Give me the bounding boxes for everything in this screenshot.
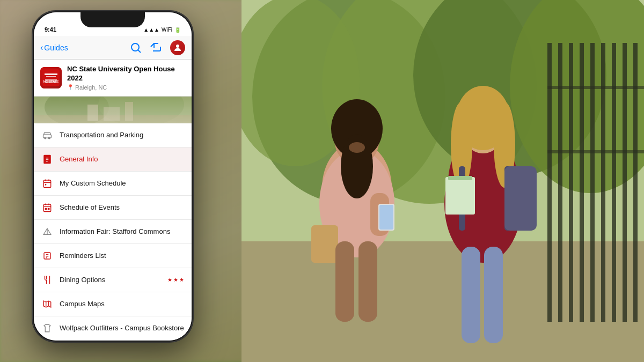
search-button[interactable]	[129, 41, 142, 54]
svg-point-53	[45, 97, 109, 123]
phone-notch	[80, 12, 145, 27]
menu-item-label: Dining Options	[60, 276, 161, 284]
avatar-button[interactable]	[170, 40, 185, 55]
wifi-icon: WiFi	[162, 27, 172, 33]
svg-point-54	[98, 97, 184, 123]
svg-rect-52	[34, 97, 192, 123]
svg-rect-16	[547, 86, 644, 89]
menu-item-label: Wolfpack Outfitters - Campus Bookstore	[60, 324, 184, 332]
svg-rect-9	[569, 43, 573, 322]
menu-item-transportation[interactable]: Transportation and Parking	[34, 123, 192, 147]
svg-rect-11	[590, 43, 595, 322]
menu-item-custom-schedule[interactable]: My Custom Schedule	[34, 172, 192, 196]
share-icon	[150, 41, 163, 54]
svg-rect-42	[484, 247, 503, 343]
guide-title: NC State University Open House 2022	[67, 65, 185, 83]
tshirt-icon	[41, 322, 53, 334]
phone-frame: 9:41 ▲▲▲ WiFi 🔋 ‹ Guides	[32, 11, 193, 342]
svg-rect-39	[445, 177, 475, 215]
screen-content: NC STATE NC State University Open House …	[34, 60, 192, 341]
svg-rect-71	[43, 204, 51, 212]
svg-line-45	[138, 50, 141, 53]
svg-rect-27	[311, 225, 338, 263]
status-time: 9:41	[45, 26, 56, 33]
nav-action-icons	[129, 40, 185, 55]
svg-rect-29	[358, 241, 377, 322]
svg-rect-48	[45, 73, 57, 75]
reminder-icon	[41, 250, 53, 262]
svg-rect-62	[43, 155, 51, 164]
header-image-strip	[34, 97, 192, 123]
right-photo	[241, 0, 644, 362]
dining-stars: ★★★	[167, 277, 184, 283]
svg-rect-26	[379, 205, 393, 230]
menu-list: Transportation and ParkingGeneral InfoMy…	[34, 123, 192, 341]
svg-rect-10	[580, 43, 584, 322]
calendar-grid-icon	[41, 202, 53, 213]
svg-point-44	[131, 43, 139, 51]
tent-icon	[41, 226, 53, 238]
dining-icon	[41, 274, 53, 286]
nav-bar: ‹ Guides	[34, 36, 192, 60]
menu-item-campus-maps[interactable]: Campus Maps	[34, 292, 192, 316]
guide-info: NC State University Open House 2022 📍 Ra…	[67, 65, 185, 91]
menu-item-info-fair[interactable]: Information Fair: Stafford Commons	[34, 220, 192, 244]
person-icon	[173, 43, 182, 53]
share-button[interactable]	[150, 41, 163, 54]
svg-rect-38	[504, 166, 537, 231]
phone-device: 9:41 ▲▲▲ WiFi 🔋 ‹ Guides	[32, 11, 193, 343]
menu-item-general-info[interactable]: General Info	[34, 147, 192, 172]
calendar-icon	[41, 178, 53, 189]
info-icon	[41, 153, 53, 165]
map-icon	[41, 298, 53, 310]
star-icon: ★	[179, 277, 184, 283]
back-button[interactable]: ‹ Guides	[40, 43, 68, 53]
svg-rect-15	[633, 43, 638, 322]
guide-logo-inner: NC STATE	[40, 67, 62, 88]
svg-rect-17	[547, 150, 644, 153]
guide-location: 📍 Raleigh, NC	[67, 84, 185, 91]
back-label: Guides	[44, 43, 68, 52]
svg-rect-55	[34, 115, 192, 123]
menu-item-reminders[interactable]: Reminders List	[34, 244, 192, 268]
svg-rect-49	[46, 76, 56, 77]
svg-point-70	[45, 184, 46, 185]
guide-city: Raleigh, NC	[75, 84, 107, 91]
svg-rect-40	[448, 176, 472, 180]
svg-point-46	[176, 45, 179, 48]
menu-item-label: Campus Maps	[60, 300, 184, 308]
svg-rect-14	[623, 43, 627, 322]
svg-rect-58	[125, 102, 133, 121]
menu-item-label: Reminders List	[60, 252, 184, 260]
guide-logo: NC STATE	[40, 67, 62, 88]
search-icon	[129, 41, 142, 54]
menu-item-label: Transportation and Parking	[60, 131, 184, 139]
location-pin-icon: 📍	[67, 84, 74, 90]
header-scene-image	[34, 97, 192, 123]
svg-rect-76	[48, 208, 49, 209]
menu-item-label: General Info	[60, 155, 184, 163]
svg-rect-66	[43, 180, 51, 188]
menu-item-label: Information Fair: Stafford Commons	[60, 227, 184, 235]
svg-rect-12	[601, 43, 605, 322]
star-icon: ★	[173, 277, 178, 283]
menu-item-label: My Custom Schedule	[60, 179, 184, 187]
guide-header: NC STATE NC State University Open House …	[34, 60, 192, 97]
svg-rect-41	[462, 247, 480, 343]
menu-item-schedule-events[interactable]: Schedule of Events	[34, 196, 192, 220]
chevron-left-icon: ‹	[40, 43, 43, 53]
menu-item-bookstore[interactable]: Wolfpack Outfitters - Campus Bookstore	[34, 316, 192, 341]
menu-item-label: Schedule of Events	[60, 203, 184, 211]
background-scene	[241, 0, 644, 362]
svg-text:NC STATE: NC STATE	[43, 80, 58, 83]
status-icons: ▲▲▲ WiFi 🔋	[143, 27, 181, 33]
svg-point-23	[349, 142, 365, 153]
svg-rect-57	[104, 107, 120, 121]
car-icon	[41, 129, 53, 141]
phone-screen: 9:41 ▲▲▲ WiFi 🔋 ‹ Guides	[34, 12, 192, 341]
menu-item-dining[interactable]: Dining Options★★★	[34, 268, 192, 292]
svg-rect-13	[612, 43, 616, 322]
university-logo-icon: NC STATE	[42, 69, 60, 86]
battery-icon: 🔋	[174, 27, 181, 33]
svg-rect-56	[87, 105, 98, 121]
